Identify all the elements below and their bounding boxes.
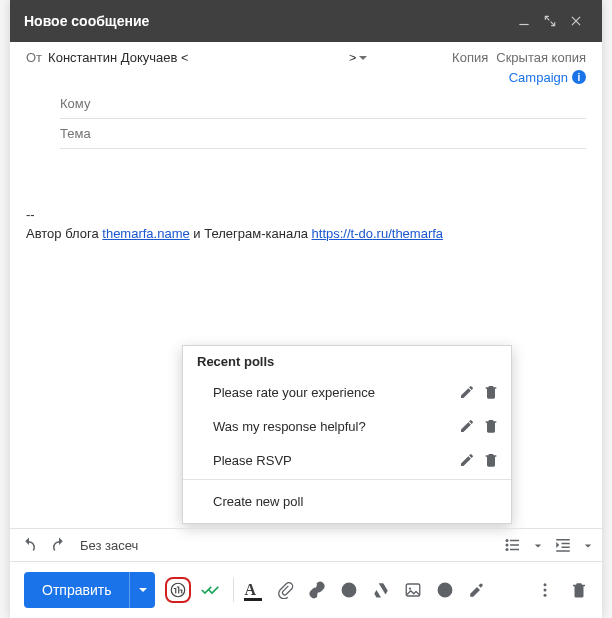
- popup-divider: [183, 479, 511, 480]
- from-row: От Константин Докучаев <> Копия Скрытая …: [10, 42, 602, 68]
- indent-icon[interactable]: [554, 536, 572, 554]
- format-toolbar: Без засеч: [10, 528, 602, 562]
- toolbar-separator: [233, 578, 234, 602]
- svg-point-16: [351, 588, 353, 590]
- sender-address-blurred: [189, 52, 349, 66]
- signature-link-2[interactable]: https://t-do.ru/themarfa: [312, 226, 444, 241]
- campaign-row: Campaign i: [10, 68, 602, 89]
- svg-rect-17: [407, 584, 421, 596]
- recent-polls-popup: Recent polls Please rate your experience…: [182, 345, 512, 524]
- svg-point-21: [544, 583, 547, 586]
- svg-rect-20: [443, 589, 448, 593]
- double-check-icon[interactable]: [201, 583, 223, 597]
- format-text-icon[interactable]: A: [244, 581, 262, 599]
- emoji-icon[interactable]: [340, 581, 358, 599]
- info-icon: i: [572, 70, 586, 84]
- signature-link-1[interactable]: themarfa.name: [102, 226, 189, 241]
- undo-icon[interactable]: [20, 536, 38, 554]
- send-button[interactable]: Отправить: [24, 572, 129, 608]
- poll-item[interactable]: Please RSVP: [183, 443, 511, 477]
- svg-point-14: [343, 583, 357, 597]
- create-poll-link[interactable]: Create new poll: [183, 482, 511, 523]
- from-dropdown-icon[interactable]: [356, 53, 368, 63]
- more-options-icon[interactable]: [536, 581, 554, 599]
- list-dropdown-icon[interactable]: [534, 536, 542, 554]
- edit-icon[interactable]: [459, 417, 475, 435]
- signature-icon[interactable]: [468, 581, 486, 599]
- to-field-row: [60, 89, 586, 119]
- svg-rect-0: [519, 24, 528, 25]
- drive-icon[interactable]: [372, 581, 390, 599]
- send-button-group: Отправить: [24, 572, 155, 608]
- to-input[interactable]: [60, 96, 586, 111]
- discard-draft-icon[interactable]: [570, 581, 588, 599]
- svg-rect-4: [510, 540, 519, 542]
- minimize-icon[interactable]: [512, 9, 536, 33]
- svg-point-18: [409, 587, 411, 589]
- svg-point-23: [544, 594, 547, 597]
- confidential-icon[interactable]: [436, 581, 454, 599]
- svg-point-7: [506, 548, 509, 551]
- poll-item[interactable]: Please rate your experience: [183, 375, 511, 409]
- svg-point-15: [346, 588, 348, 590]
- edit-icon[interactable]: [459, 451, 475, 469]
- send-row: Отправить A: [10, 562, 602, 618]
- signature-line: Автор блога themarfa.name и Телеграм-кан…: [26, 224, 586, 244]
- bcc-link[interactable]: Скрытая копия: [496, 50, 586, 65]
- window-title: Новое сообщение: [24, 13, 149, 29]
- close-icon[interactable]: [564, 9, 588, 33]
- font-name-select[interactable]: Без засеч: [80, 538, 138, 553]
- bulleted-list-icon[interactable]: [504, 536, 522, 554]
- svg-point-13: [172, 583, 186, 597]
- svg-rect-10: [562, 543, 570, 545]
- link-icon[interactable]: [308, 581, 326, 599]
- cc-link[interactable]: Копия: [452, 50, 488, 65]
- svg-rect-9: [556, 539, 570, 541]
- subject-input[interactable]: [60, 126, 586, 141]
- svg-point-3: [506, 539, 509, 542]
- image-icon[interactable]: [404, 581, 422, 599]
- delete-icon[interactable]: [483, 383, 499, 401]
- svg-rect-11: [562, 547, 570, 549]
- poll-button[interactable]: [165, 577, 191, 603]
- message-body[interactable]: -- Автор блога themarfa.name и Телеграм-…: [10, 149, 602, 244]
- svg-rect-12: [556, 550, 570, 552]
- poll-item[interactable]: Was my response helpful?: [183, 409, 511, 443]
- edit-icon[interactable]: [459, 383, 475, 401]
- from-value[interactable]: Константин Докучаев <>: [48, 50, 356, 66]
- fullscreen-icon[interactable]: [538, 9, 562, 33]
- from-label: От: [26, 50, 42, 65]
- window-titlebar: Новое сообщение: [10, 0, 602, 42]
- svg-point-5: [506, 544, 509, 547]
- svg-rect-6: [510, 544, 519, 546]
- svg-rect-8: [510, 549, 519, 551]
- popup-header: Recent polls: [183, 346, 511, 375]
- attach-icon[interactable]: [276, 581, 294, 599]
- campaign-link[interactable]: Campaign i: [509, 70, 586, 85]
- delete-icon[interactable]: [483, 417, 499, 435]
- delete-icon[interactable]: [483, 451, 499, 469]
- subject-field-row: [60, 119, 586, 149]
- signature-separator: --: [26, 205, 586, 225]
- redo-icon[interactable]: [50, 536, 68, 554]
- svg-point-22: [544, 589, 547, 592]
- indent-dropdown-icon[interactable]: [584, 536, 592, 554]
- send-options-button[interactable]: [129, 572, 155, 608]
- compose-window: Новое сообщение От Константин Докучаев <…: [10, 0, 602, 618]
